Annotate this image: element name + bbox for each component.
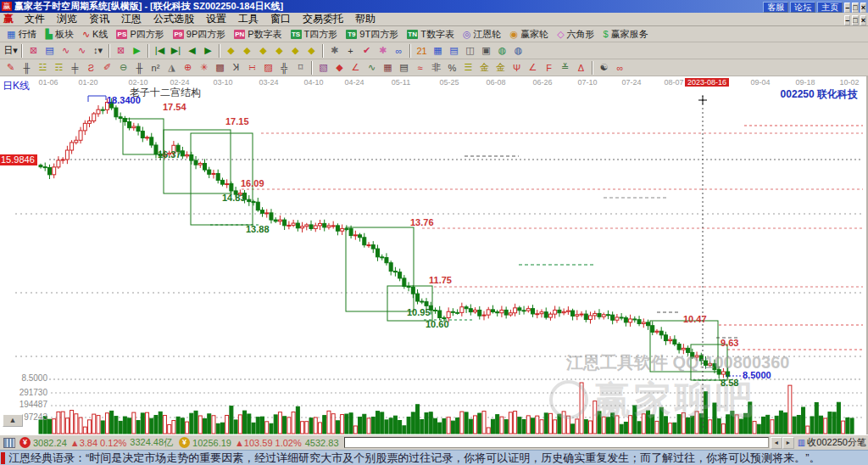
mdi-restore-button[interactable]: □ — [852, 15, 858, 25]
drawing-tool-icon[interactable]: n² — [147, 60, 164, 76]
date-label[interactable]: 07-24 — [621, 78, 641, 87]
toolbtn-T四方形[interactable]: TST四方形 — [287, 27, 342, 42]
toolbtn-9P四方形[interactable]: P99P四方形 — [169, 27, 230, 42]
index-quote[interactable]: ¥10256.19▲103.59 1.02%4532.83 — [176, 437, 342, 448]
drawing-tool-icon[interactable]: ▧ — [315, 60, 331, 76]
toolbtn-赢家轮[interactable]: ◉赢家轮 — [506, 27, 554, 42]
menu-文件[interactable]: 文件 — [19, 12, 51, 26]
tool-icon[interactable]: ✔ — [359, 43, 375, 59]
drawing-tool-icon[interactable]: ╪ — [67, 60, 83, 76]
drawing-tool-icon[interactable]: ✳ — [196, 60, 212, 76]
tool-icon[interactable]: ▶ — [129, 43, 145, 59]
date-label[interactable]: 03-10 — [213, 78, 232, 87]
drawing-tool-icon[interactable]: ╫ — [19, 60, 35, 76]
scroll-left-button[interactable]: ◂ — [771, 437, 782, 449]
drawing-tool-icon[interactable]: ≈ — [412, 60, 428, 76]
drawing-tool-icon[interactable]: % — [444, 60, 460, 76]
drawing-tool-icon[interactable]: ✐ — [99, 60, 115, 76]
date-label[interactable]: 06-26 — [532, 78, 552, 87]
drawing-tool-icon[interactable]: ≚ — [557, 60, 573, 76]
tool-icon[interactable]: + — [342, 43, 359, 59]
menu-资讯[interactable]: 资讯 — [83, 12, 115, 26]
drawing-tool-icon[interactable]: ⌑ — [292, 60, 309, 76]
drawing-tool-icon[interactable]: ☶ — [51, 60, 67, 76]
drawing-tool-icon[interactable]: 金 — [492, 60, 509, 76]
drawing-tool-icon[interactable]: ◮ — [164, 60, 180, 76]
tool-icon[interactable]: ▶ — [200, 43, 216, 59]
drawing-tool-icon[interactable]: 金 — [476, 60, 492, 76]
drawing-tool-icon[interactable]: ☯ — [596, 60, 612, 76]
menu-公式选股[interactable]: 公式选股 — [147, 12, 200, 26]
drawing-tool-icon[interactable]: ▦ — [380, 60, 396, 76]
tool-icon[interactable]: ∿ — [74, 43, 90, 59]
drawing-tool-icon[interactable]: ▨ — [260, 60, 276, 76]
drawing-tool-icon[interactable]: 非 — [428, 60, 444, 76]
quote-grid-icon[interactable] — [3, 438, 15, 448]
menu-帮助[interactable]: 帮助 — [349, 12, 381, 26]
tool-icon[interactable]: ◫ — [462, 43, 478, 59]
drawing-tool-icon[interactable]: Δ — [573, 60, 589, 76]
drawing-tool-icon[interactable]: ⊖ — [115, 60, 131, 76]
toolbtn-P四方形[interactable]: PSP四方形 — [112, 27, 168, 42]
menu-设置[interactable]: 设置 — [200, 12, 232, 26]
tool-icon[interactable]: ◆ — [223, 43, 239, 59]
scroll-right-button[interactable]: ▸ — [782, 437, 794, 449]
toolbtn-赢家服务[interactable]: $赢家服务 — [599, 27, 653, 42]
tool-icon[interactable]: ◍ — [494, 43, 510, 59]
menu-工具[interactable]: 工具 — [232, 12, 264, 26]
tool-icon[interactable]: |◀ — [152, 43, 168, 59]
toolbtn-行情[interactable]: ▦行情 — [3, 27, 41, 42]
maximize-button[interactable]: □ — [852, 3, 858, 13]
titlebar-link[interactable]: 客服 — [763, 2, 788, 13]
toolbtn-T数字表[interactable]: TNT数字表 — [403, 27, 459, 42]
tool-icon[interactable]: ▤ — [446, 43, 462, 59]
tool-icon[interactable]: ⊠ — [25, 43, 42, 59]
horizontal-scrollbar[interactable] — [344, 437, 769, 448]
drawing-tool-icon[interactable]: ∺ — [244, 60, 260, 76]
tool-icon[interactable]: ◆ — [271, 43, 287, 59]
tool-icon[interactable]: ✱ — [326, 43, 342, 59]
index-quote[interactable]: ¥3082.24▲3.84 0.12%3324.48亿 — [17, 436, 176, 449]
minimize-button[interactable]: – — [844, 3, 850, 13]
tool-icon[interactable]: ▣ — [478, 43, 494, 59]
tool-icon[interactable]: ◀ — [184, 43, 200, 59]
date-label[interactable]: 04-10 — [303, 78, 323, 87]
drawing-tool-icon[interactable]: ◆ — [331, 60, 348, 76]
tool-icon[interactable]: ✱ — [375, 43, 391, 59]
drawing-tool-icon[interactable]: Ʞ — [228, 60, 244, 76]
toolbtn-板块[interactable]: ▙板块 — [41, 27, 77, 42]
date-label[interactable]: 09-04 — [750, 78, 770, 87]
drawing-tool-icon[interactable]: ☰ — [460, 60, 476, 76]
mdi-minimize-button[interactable]: – — [844, 15, 850, 25]
date-label-selected[interactable]: 2023-08-16 — [685, 78, 729, 87]
mdi-close-button[interactable]: × — [860, 15, 866, 25]
volume-pane-toggle-button[interactable]: ▲ — [3, 414, 23, 427]
date-label[interactable]: 04-24 — [344, 78, 364, 87]
close-button[interactable]: × — [860, 3, 866, 13]
menu-窗口[interactable]: 窗口 — [264, 12, 297, 26]
menu-江恩[interactable]: 江恩 — [115, 12, 147, 26]
kline-chart[interactable]: 日K线 老子十二宫结构 002250 联化科技 15.9846 江恩工具软件 Q… — [0, 76, 868, 434]
tick-data-link[interactable]: ▥ 收002250分笔 — [798, 436, 866, 449]
menu-交易委托[interactable]: 交易委托 — [297, 12, 349, 26]
tool-icon[interactable]: 日▾ — [3, 43, 19, 59]
date-label[interactable]: 10-02 — [839, 78, 859, 87]
tool-icon[interactable]: ◆ — [287, 43, 303, 59]
toolbtn-六角形[interactable]: ◇六角形 — [553, 27, 598, 42]
toolbtn-江恩轮[interactable]: ◎江恩轮 — [459, 27, 506, 42]
toolbtn-P数字表[interactable]: PNP数字表 — [230, 27, 286, 42]
date-label[interactable]: 06-08 — [486, 78, 505, 87]
tool-icon[interactable]: 21 — [414, 43, 430, 59]
drawing-tool-icon[interactable]: ▩ — [212, 60, 228, 76]
drawing-tool-icon[interactable]: ╬ — [276, 60, 292, 76]
tool-icon[interactable]: ∿ — [58, 43, 74, 59]
tool-icon[interactable]: ◆ — [303, 43, 320, 59]
titlebar-link[interactable]: 论坛 — [790, 2, 815, 13]
date-label[interactable]: 03-24 — [259, 78, 278, 87]
drawing-tool-icon[interactable]: F — [541, 60, 557, 76]
date-label[interactable]: 01-06 — [38, 78, 58, 87]
tool-icon[interactable]: ▦ — [430, 43, 446, 59]
drawing-tool-icon[interactable]: ✎ — [3, 60, 19, 76]
tool-icon[interactable]: ◆ — [255, 43, 271, 59]
drawing-tool-icon[interactable]: ∞ — [612, 60, 628, 76]
